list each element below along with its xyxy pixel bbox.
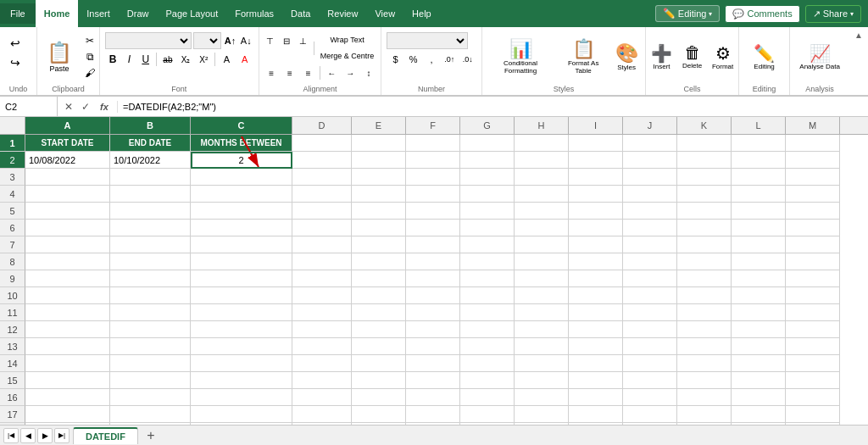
cell-k3[interactable] xyxy=(677,169,732,186)
cell-d6[interactable] xyxy=(292,220,352,236)
col-header-e[interactable]: E xyxy=(352,117,406,134)
cell-f15[interactable] xyxy=(406,372,460,389)
cell-d9[interactable] xyxy=(292,270,352,287)
format-cells-button[interactable]: ⚙ Format xyxy=(709,33,737,81)
cell-b12[interactable] xyxy=(110,321,191,338)
paste-button[interactable]: 📋 Paste xyxy=(41,36,78,78)
cell-f11[interactable] xyxy=(406,304,460,321)
col-header-d[interactable]: D xyxy=(292,117,352,134)
cell-h2[interactable] xyxy=(515,152,569,169)
cell-d5[interactable] xyxy=(292,203,352,220)
cell-g18[interactable] xyxy=(460,423,515,425)
cell-d3[interactable] xyxy=(292,169,352,186)
cell-l6[interactable] xyxy=(732,220,786,236)
cell-c10[interactable] xyxy=(191,287,292,304)
cell-a10[interactable] xyxy=(25,287,110,304)
cell-e15[interactable] xyxy=(352,372,406,389)
cell-a7[interactable] xyxy=(25,236,110,253)
row-num-1[interactable]: 1 xyxy=(0,135,25,152)
cell-m5[interactable] xyxy=(786,203,840,220)
col-header-a[interactable]: A xyxy=(25,117,110,134)
cell-c5[interactable] xyxy=(191,203,292,220)
cell-b4[interactable] xyxy=(110,186,191,203)
cell-d18[interactable] xyxy=(292,423,352,425)
menu-home[interactable]: Home xyxy=(36,0,79,27)
cell-j18[interactable] xyxy=(623,423,677,425)
decimal-decrease-button[interactable]: .0↓ xyxy=(459,51,476,68)
merge-centre-button[interactable]: Merge & Centre xyxy=(317,48,378,64)
cell-l5[interactable] xyxy=(732,203,786,220)
cell-a1[interactable]: START DATE xyxy=(25,135,110,152)
cell-g15[interactable] xyxy=(460,372,515,389)
cell-i13[interactable] xyxy=(569,338,623,355)
cell-a16[interactable] xyxy=(25,389,110,406)
dollar-format-button[interactable]: $ xyxy=(387,51,403,68)
cell-c8[interactable] xyxy=(191,253,292,270)
cell-c15[interactable] xyxy=(191,372,292,389)
cell-a9[interactable] xyxy=(25,270,110,287)
cell-b17[interactable] xyxy=(110,406,191,423)
cell-d14[interactable] xyxy=(292,355,352,372)
cell-k7[interactable] xyxy=(677,236,732,253)
indent-increase-button[interactable]: → xyxy=(342,64,359,81)
cell-j8[interactable] xyxy=(623,253,677,270)
cell-l15[interactable] xyxy=(732,372,786,389)
copy-button[interactable]: ⧉ xyxy=(80,49,100,64)
menu-review[interactable]: Review xyxy=(319,3,366,24)
align-bottom-button[interactable]: ⊥ xyxy=(296,32,311,49)
add-sheet-button[interactable]: + xyxy=(142,426,160,445)
cell-f10[interactable] xyxy=(406,287,460,304)
cell-k18[interactable] xyxy=(677,423,732,425)
cell-b9[interactable] xyxy=(110,270,191,287)
cell-j6[interactable] xyxy=(623,220,677,236)
cell-f7[interactable] xyxy=(406,236,460,253)
cell-c6[interactable] xyxy=(191,220,292,236)
cell-h15[interactable] xyxy=(515,372,569,389)
sheet-nav-last[interactable]: ▶| xyxy=(54,428,70,443)
cell-j14[interactable] xyxy=(623,355,677,372)
cell-a18[interactable] xyxy=(25,423,110,425)
cell-f12[interactable] xyxy=(406,321,460,338)
cell-j17[interactable] xyxy=(623,406,677,423)
formula-input[interactable] xyxy=(118,102,868,112)
cell-g16[interactable] xyxy=(460,389,515,406)
cell-d17[interactable] xyxy=(292,406,352,423)
cell-b18[interactable] xyxy=(110,423,191,425)
cell-b15[interactable] xyxy=(110,372,191,389)
cell-g7[interactable] xyxy=(460,236,515,253)
cell-f17[interactable] xyxy=(406,406,460,423)
sheet-nav-next[interactable]: ▶ xyxy=(37,428,53,443)
confirm-icon[interactable]: ✓ xyxy=(78,101,93,113)
cell-k5[interactable] xyxy=(677,203,732,220)
cell-i7[interactable] xyxy=(569,236,623,253)
format-painter-button[interactable]: 🖌 xyxy=(80,65,100,81)
cell-d8[interactable] xyxy=(292,253,352,270)
col-header-b[interactable]: B xyxy=(110,117,191,134)
cell-c2-active[interactable]: 2 xyxy=(191,152,292,169)
cell-e5[interactable] xyxy=(352,203,406,220)
row-num-4[interactable]: 4 xyxy=(0,186,25,203)
cell-k1[interactable] xyxy=(677,135,732,152)
cell-c1[interactable]: MONTHS BETWEEN xyxy=(191,135,292,152)
analyse-data-button[interactable]: 📈 Analyse Data xyxy=(795,33,844,81)
menu-help[interactable]: Help xyxy=(403,3,440,24)
cell-k17[interactable] xyxy=(677,406,732,423)
cell-l8[interactable] xyxy=(732,253,786,270)
cell-e16[interactable] xyxy=(352,389,406,406)
cell-m12[interactable] xyxy=(786,321,840,338)
styles-button[interactable]: 🎨 Styles xyxy=(611,33,642,81)
cell-k16[interactable] xyxy=(677,389,732,406)
col-header-h[interactable]: H xyxy=(515,117,569,134)
editing-mode-btn[interactable]: ✏️ Editing ▾ xyxy=(655,5,721,22)
cell-j2[interactable] xyxy=(623,152,677,169)
cell-e18[interactable] xyxy=(352,423,406,425)
cell-m9[interactable] xyxy=(786,270,840,287)
menu-insert[interactable]: Insert xyxy=(78,3,119,24)
cell-m11[interactable] xyxy=(786,304,840,321)
cell-l17[interactable] xyxy=(732,406,786,423)
ribbon-collapse[interactable]: ▲ xyxy=(849,27,868,95)
cell-d2[interactable] xyxy=(292,152,352,169)
cell-m14[interactable] xyxy=(786,355,840,372)
cell-k11[interactable] xyxy=(677,304,732,321)
cell-g13[interactable] xyxy=(460,338,515,355)
